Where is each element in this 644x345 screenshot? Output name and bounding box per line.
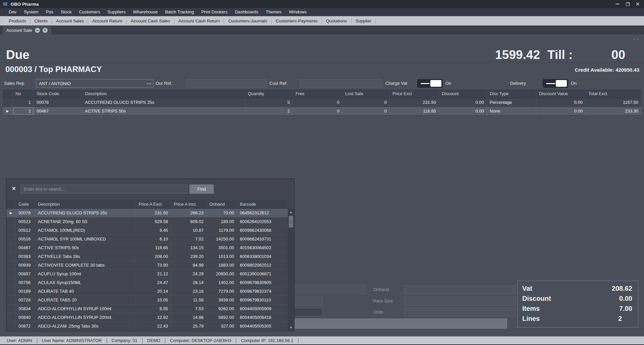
column-header-stock-code[interactable]: Stock Code: [34, 89, 82, 98]
popup-scrollbar[interactable]: ▲ ▼: [288, 209, 294, 331]
menu-item-themes[interactable]: Themes: [262, 8, 285, 16]
toolbar-item-account-sales[interactable]: Account Sales: [52, 16, 88, 25]
column-header-total-excl[interactable]: Total Excl.: [586, 89, 641, 98]
menu-item-dashboards[interactable]: Dashboards: [231, 8, 262, 16]
column-header-free[interactable]: Free: [293, 89, 342, 98]
column-header-no[interactable]: No: [13, 89, 34, 98]
column-header-price-excl[interactable]: Price Excl: [390, 89, 439, 98]
tab-account-sale[interactable]: Account Sale ✕: [3, 26, 51, 34]
tab-scroll-right-icon[interactable]: ▸: [637, 37, 641, 41]
search-result-row[interactable]: 00756ACULAX Syrup150ML24.4728.141402.006…: [6, 278, 288, 287]
tab-pin-icon[interactable]: [35, 28, 40, 33]
delivery-toggle[interactable]: [543, 79, 568, 88]
search-result-row[interactable]: 00872ADCO-ALZAM .25mg Tabs 30s22.4325.79…: [6, 322, 288, 331]
close-button[interactable]: ✕: [633, 0, 643, 8]
search-result-row[interactable]: 00523ACNETANE 20mg. 60 S5529.58609.02189…: [6, 217, 288, 226]
toolbar-grip-handle[interactable]: [2, 18, 3, 23]
find-button[interactable]: Find: [190, 185, 214, 194]
search-result-row[interactable]: 00189ACURATE TAB 4020.1423.167279.006009…: [6, 287, 288, 296]
toolbar-item-account-cash-sales[interactable]: Account Cash Sales: [127, 16, 174, 25]
column-header-disc-type[interactable]: Disc Type: [487, 89, 536, 98]
cell-discount[interactable]: 0.00: [439, 98, 487, 107]
sales-rep-field[interactable]: ⋯: [36, 79, 154, 88]
cell-disc-type[interactable]: None: [487, 107, 536, 115]
cell-discount-value[interactable]: 0.00: [536, 98, 586, 107]
search-result-row[interactable]: 00939ACTIVOVITE COMPLETE 30 tabs73.9084.…: [6, 261, 288, 270]
cell-stock-code[interactable]: 00467: [34, 107, 82, 115]
cell-disc-type[interactable]: Percentage: [487, 98, 536, 107]
scrollbar-thumb[interactable]: [289, 216, 293, 227]
sale-line-row[interactable]: 100078ACCUTREND GLUCO STRIPS 25s500231.5…: [3, 98, 641, 107]
menu-item-stock[interactable]: Stock: [57, 8, 75, 16]
search-column-header-price-a-incl[interactable]: Price A Incl.: [171, 200, 207, 208]
column-header-discount[interactable]: Discount: [439, 89, 487, 98]
toolbar-item-customers-payments[interactable]: Customers-Payments: [272, 16, 322, 25]
tab-close-icon[interactable]: ✕: [43, 28, 48, 33]
search-result-row[interactable]: 00834ADCO-ALCOPHYLLIN SYRUP 100ml6.557.5…: [6, 304, 288, 313]
tab-scroll-left-icon[interactable]: ◂: [633, 37, 637, 41]
our-ref-input[interactable]: [185, 79, 267, 88]
pack-size-input[interactable]: [404, 297, 515, 305]
toolbar-item-customers-journals[interactable]: Customers-Journals: [224, 16, 271, 25]
search-result-row[interactable]: 00467ACTIVE STRIPS 50s116.65134.153501.0…: [6, 244, 288, 252]
menu-item-print-dockers[interactable]: Print Dockers: [198, 8, 231, 16]
search-column-header-barcode[interactable]: Barcode: [237, 200, 288, 208]
units-input[interactable]: [404, 308, 515, 317]
column-header-quantity[interactable]: Quantity: [245, 89, 293, 98]
search-result-row[interactable]: 00512ACTAMOL 100ML(RED)9.4510.871179.006…: [6, 226, 288, 235]
cell-stock-code[interactable]: 00078: [34, 98, 82, 107]
cell-free[interactable]: 0: [293, 107, 342, 115]
search-result-row[interactable]: 00516ACTAMOL SYR 100ML UNBOXED6.107.0214…: [6, 235, 288, 244]
sale-line-row[interactable]: ▶200467ACTIVE STRIPS 50s200116.650.00Non…: [3, 107, 641, 116]
cell-total-excl[interactable]: 1157.50: [586, 98, 641, 107]
cell-total-excl[interactable]: 233.30: [586, 107, 641, 115]
minimize-button[interactable]: [612, 0, 623, 8]
cell-lost-sale[interactable]: 0: [342, 98, 390, 107]
scroll-down-icon[interactable]: ▼: [288, 325, 294, 330]
column-header-lost-sale[interactable]: Lost Sale: [342, 89, 390, 98]
toolbar-item-products[interactable]: Products: [5, 16, 30, 25]
menu-item-dev[interactable]: Dev: [5, 8, 20, 16]
search-column-header-description[interactable]: Description: [35, 200, 136, 208]
toolbar-item-account-return[interactable]: Account Return: [88, 16, 126, 25]
column-header-description[interactable]: Description: [82, 89, 245, 98]
cell-discount[interactable]: 0.00: [439, 107, 487, 115]
search-column-header-price-a-excl[interactable]: Price A Excl.: [136, 200, 171, 208]
search-result-row[interactable]: 00887ACUFLU Syrup 100ml21.1224.2920650.0…: [6, 270, 288, 278]
search-result-row[interactable]: 00383ACTIVELLE Tabs 28s208.00239.201013.…: [6, 252, 288, 261]
toolbar-item-clients[interactable]: Clients: [30, 16, 52, 25]
cell-price-excl[interactable]: 231.50: [390, 98, 439, 107]
cell-no[interactable]: 2: [13, 107, 34, 115]
menu-item-suppliers[interactable]: Suppliers: [104, 8, 129, 16]
sales-rep-lookup-button[interactable]: ⋯: [145, 81, 153, 86]
scroll-up-icon[interactable]: ▲: [288, 209, 294, 215]
search-result-row[interactable]: 00840ADCO-ALCOPHYLLIN SYRUP 200ml.12.921…: [6, 313, 288, 322]
cust-ref-input[interactable]: [300, 79, 382, 88]
popup-close-icon[interactable]: ✕: [12, 186, 16, 192]
menu-item-pos[interactable]: Pos: [42, 8, 57, 16]
search-column-header-code[interactable]: Code: [16, 200, 35, 208]
column-header-discount-value[interactable]: Discount Value: [536, 89, 586, 98]
menu-grip-handle[interactable]: [2, 10, 3, 15]
menu-item-system[interactable]: System: [20, 8, 42, 16]
onhand-input[interactable]: [404, 285, 515, 294]
menu-item-windows[interactable]: Windows: [285, 8, 310, 16]
cell-free[interactable]: 0: [293, 98, 342, 107]
cell-description[interactable]: ACCUTREND GLUCO STRIPS 25s: [82, 98, 245, 107]
menu-item-batch-tracking[interactable]: Batch Tracking: [161, 8, 198, 16]
cell-description[interactable]: ACTIVE STRIPS 50s: [82, 107, 245, 115]
charge-vat-toggle[interactable]: [417, 79, 443, 88]
search-result-row[interactable]: ▶00078ACCUTREND GLUCO STRIPS 25s231.5026…: [6, 209, 288, 217]
toolbar-item-supplier[interactable]: Supplier: [352, 16, 376, 25]
cell-discount-value[interactable]: 0.00: [536, 107, 586, 115]
sales-rep-input[interactable]: [36, 81, 145, 86]
restore-button[interactable]: [623, 0, 633, 8]
cell-no[interactable]: 1: [13, 98, 34, 107]
cell-price-excl[interactable]: 116.65: [390, 107, 439, 115]
search-column-header-onhand[interactable]: Onhand: [207, 200, 237, 208]
cell-lost-sale[interactable]: 0: [342, 107, 390, 115]
menu-item-wharehouse[interactable]: Wharehouse: [129, 8, 161, 16]
search-result-row[interactable]: 00728ACURATE TABS 2010.0511.563939.00600…: [6, 296, 288, 304]
menu-item-customers[interactable]: Customers: [75, 8, 104, 16]
toolbar-item-account-cash-return[interactable]: Account Cash Return: [174, 16, 224, 25]
